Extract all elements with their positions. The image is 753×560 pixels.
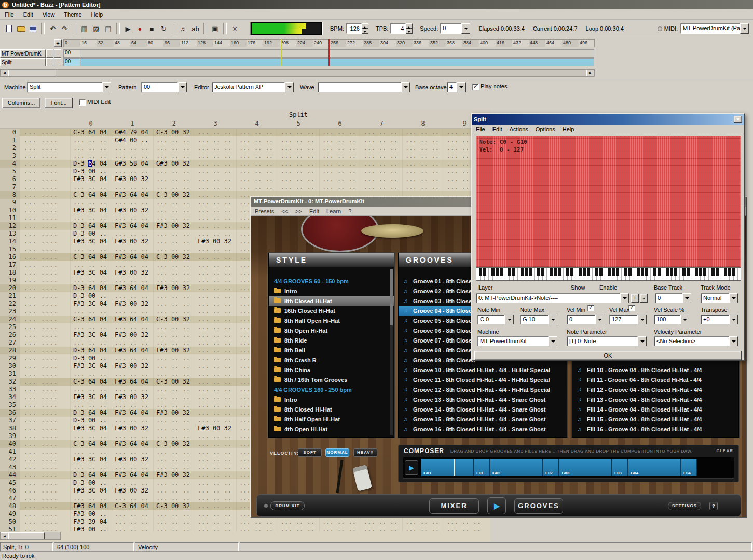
groove-list-item[interactable]: ♫Groove 10 - 8th Closed Hi-Hat - 4/4 - H… bbox=[399, 365, 567, 375]
pattern-cell[interactable]: ... .. .. bbox=[153, 386, 195, 393]
pattern-cell[interactable]: F#3 3C 04 bbox=[70, 425, 112, 432]
pattern-cell[interactable]: ... .. .. bbox=[112, 168, 153, 175]
pattern-cell[interactable]: ... .. .. bbox=[319, 518, 361, 526]
pattern-cell[interactable]: ... .. .. bbox=[153, 183, 195, 191]
menu-item[interactable]: Options bbox=[532, 125, 559, 133]
style-list-item[interactable]: 8th Crash R bbox=[269, 355, 394, 365]
pattern-cell[interactable]: ... .. .. bbox=[153, 425, 195, 432]
style-list-item[interactable]: Intro bbox=[269, 286, 394, 296]
pattern-cell[interactable]: ... .. .. bbox=[195, 362, 236, 370]
fill-list-item[interactable]: ♫Fill 14 - Groove 04 - 8th Closed Hi-Hat… bbox=[572, 404, 738, 414]
pattern-cell[interactable]: C-3 00 32 bbox=[153, 502, 195, 510]
pattern-cell[interactable]: ... .. .. bbox=[112, 152, 153, 160]
settings-button[interactable]: SETTINGS bbox=[668, 502, 701, 510]
pattern-cell[interactable]: ... .. .. bbox=[195, 339, 236, 347]
pattern-cell[interactable]: ... .. .. bbox=[236, 175, 278, 183]
plugin-help-button[interactable]: ? bbox=[709, 502, 718, 510]
pattern-cell[interactable]: ... .. .. bbox=[153, 207, 195, 214]
track-mute-button[interactable] bbox=[46, 49, 53, 58]
bpm-value[interactable]: 126 bbox=[346, 23, 362, 34]
pattern-cell[interactable]: ... .. .. bbox=[319, 129, 361, 136]
pattern-cell[interactable]: ... .. .. bbox=[112, 323, 153, 331]
pattern-cell[interactable]: ... .. .. bbox=[278, 160, 319, 168]
tpb-spinner[interactable]: 4 bbox=[390, 23, 413, 34]
machine-view-icon[interactable]: ▨ bbox=[90, 23, 102, 35]
chevron-down-icon[interactable] bbox=[740, 23, 749, 34]
pattern-cell[interactable]: ... .. .. bbox=[361, 183, 402, 191]
pattern-cell[interactable]: D-3 64 04 bbox=[70, 409, 112, 417]
pattern-lead-cell[interactable]: ... .... bbox=[20, 440, 70, 448]
pattern-cell[interactable]: ... .. .. bbox=[153, 432, 195, 440]
pattern-lead-cell[interactable]: ... .... bbox=[20, 253, 70, 261]
pattern-cell[interactable]: ... .. .. bbox=[195, 518, 236, 526]
menu-item[interactable]: ? bbox=[345, 208, 355, 215]
note-min-select[interactable]: C 0 bbox=[477, 315, 514, 324]
pattern-cell[interactable]: ... .. .. bbox=[112, 510, 153, 518]
chevron-down-icon[interactable] bbox=[401, 82, 410, 92]
pattern-cell[interactable]: ... .. .. bbox=[402, 526, 444, 532]
pattern-lead-cell[interactable]: ... .... bbox=[20, 300, 70, 308]
pattern-cell[interactable]: F#3 3C 04 bbox=[70, 175, 112, 183]
pattern-cell[interactable]: ... .. .. bbox=[153, 510, 195, 518]
pattern-lead-cell[interactable]: ... .... bbox=[20, 526, 70, 532]
chevron-down-icon[interactable] bbox=[549, 315, 557, 324]
pattern-cell[interactable]: ... .. .. bbox=[70, 136, 112, 144]
pattern-cell[interactable]: ... .. .. bbox=[402, 160, 444, 168]
pattern-cell[interactable]: C-3 00 32 bbox=[153, 191, 195, 199]
pattern-cell[interactable]: ... .. .. bbox=[195, 269, 236, 277]
pattern-cell[interactable]: ... .. .. bbox=[153, 354, 195, 362]
midi-device-select[interactable]: MT-PowerDrumKit (Patte bbox=[680, 23, 749, 34]
pattern-cell[interactable]: F#3 00 32 bbox=[153, 471, 195, 479]
pattern-cell[interactable]: ... .. .. bbox=[319, 526, 361, 532]
composer-block[interactable]: F03 bbox=[612, 459, 628, 476]
pattern-cell[interactable]: ... .. .. bbox=[70, 448, 112, 456]
split-window[interactable]: Split ✕ FileEditActionsOptionsHelp Note:… bbox=[471, 113, 745, 361]
base-octave-select[interactable]: 4 bbox=[447, 82, 466, 92]
style-list-item[interactable]: 4th Open Hi-Hat bbox=[269, 424, 394, 434]
track-solo-button[interactable] bbox=[54, 49, 61, 58]
pattern-cell[interactable]: F#3 00 32 bbox=[112, 456, 153, 463]
pattern-lead-cell[interactable]: ... .... bbox=[20, 354, 70, 362]
pattern-cell[interactable]: ... .. .. bbox=[195, 432, 236, 440]
pattern-cell[interactable]: ... .. .. bbox=[402, 152, 444, 160]
pattern-cell[interactable]: ... .. .. bbox=[153, 401, 195, 409]
show-checkbox[interactable] bbox=[587, 305, 594, 311]
redo-icon[interactable]: ↷ bbox=[59, 23, 71, 35]
pattern-cell[interactable]: ... .. .. bbox=[361, 160, 402, 168]
pattern-cell[interactable]: ... .. .. bbox=[153, 495, 195, 502]
pattern-cell[interactable]: ... .. .. bbox=[195, 308, 236, 316]
style-list-item[interactable]: 16th Closed Hi-Hat bbox=[269, 306, 394, 316]
text-info-icon[interactable]: ab bbox=[189, 23, 201, 35]
pattern-cell[interactable]: ... .. .. bbox=[319, 136, 361, 144]
composer-block[interactable]: G01 bbox=[421, 459, 474, 476]
pattern-cell[interactable]: ... .. .. bbox=[195, 456, 236, 463]
scroll-left-icon[interactable]: ◄ bbox=[1, 532, 8, 539]
pattern-cell[interactable]: ... .. .. bbox=[278, 168, 319, 175]
pattern-cell[interactable]: F#3 00 32 bbox=[112, 487, 153, 495]
pattern-cell[interactable]: ... .. .. bbox=[153, 269, 195, 277]
pattern-cell[interactable]: F#3 64 04 bbox=[70, 502, 112, 510]
pattern-cell[interactable]: ... .. .. bbox=[195, 207, 236, 214]
pattern-cell[interactable]: F#3 00 32 bbox=[153, 347, 195, 354]
pattern-cell[interactable]: D-3 64 04 bbox=[70, 160, 112, 168]
menu-item[interactable]: Edit bbox=[306, 208, 323, 215]
pattern-cell[interactable]: ... .. .. bbox=[195, 214, 236, 222]
close-icon[interactable]: ✕ bbox=[734, 116, 742, 123]
pattern-cell[interactable]: ... .. .. bbox=[70, 199, 112, 207]
pattern-cell[interactable]: C-3 00 32 bbox=[153, 129, 195, 136]
fill-list-item[interactable]: ♫Fill 13 - Groove 04 - 8th Closed Hi-Hat… bbox=[572, 394, 738, 404]
pattern-cell[interactable]: ... .. .. bbox=[153, 308, 195, 316]
pattern-cell[interactable]: C-3 64 04 bbox=[70, 316, 112, 323]
pattern-cell[interactable]: ... .. .. bbox=[112, 339, 153, 347]
split-title-bar[interactable]: Split ✕ bbox=[472, 114, 744, 125]
menu-item[interactable]: Help bbox=[559, 125, 578, 133]
menu-item[interactable]: File bbox=[0, 10, 19, 19]
pattern-cell[interactable]: D-3 64 04 bbox=[70, 347, 112, 354]
pattern-cell[interactable]: ... .. .. bbox=[444, 518, 485, 526]
composer-block[interactable]: G04 bbox=[628, 459, 681, 476]
pattern-cell[interactable]: ... .. .. bbox=[236, 526, 278, 532]
pattern-cell[interactable]: ... .. .. bbox=[236, 518, 278, 526]
pattern-cell[interactable]: ... .. .. bbox=[195, 136, 236, 144]
pattern-cell[interactable]: ... .. .. bbox=[112, 308, 153, 316]
pattern-cell[interactable]: C-3 64 04 bbox=[70, 440, 112, 448]
